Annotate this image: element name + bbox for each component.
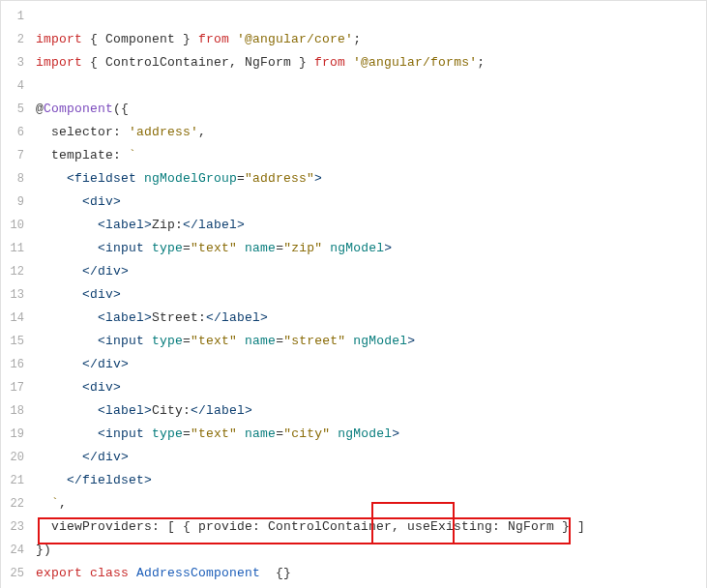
code-line: 18 <label>City:</label>: [1, 399, 706, 423]
line-number: 19: [1, 423, 36, 446]
code-content: </div>: [36, 446, 706, 469]
code-content: <input type="text" name="street" ngModel…: [36, 330, 706, 353]
code-content: @Component({: [36, 98, 706, 121]
code-line: 13 <div>: [1, 283, 706, 307]
line-number: 12: [1, 260, 36, 283]
code-line: 10 <label>Zip:</label>: [1, 214, 706, 237]
line-number: 9: [1, 191, 36, 214]
code-line: 16 </div>: [1, 353, 706, 376]
line-number: 17: [1, 376, 36, 399]
code-line: 8 <fieldset ngModelGroup="address">: [1, 167, 706, 191]
code-line: 12 </div>: [1, 260, 706, 283]
code-content: import { ControlContainer, NgForm } from…: [36, 51, 706, 74]
code-content: viewProviders: [ { provide: ControlConta…: [36, 515, 706, 539]
code-line: 17 <div>: [1, 376, 706, 399]
code-line: 15 <input type="text" name="street" ngMo…: [1, 330, 706, 353]
code-line: 24}): [1, 539, 706, 562]
code-content: <label>Street:</label>: [36, 307, 706, 330]
code-content: <div>: [36, 283, 706, 307]
code-content: selector: 'address',: [36, 121, 706, 144]
line-number: 23: [1, 515, 36, 539]
line-number: 14: [1, 307, 36, 330]
line-number: 10: [1, 214, 36, 237]
code-line: 3import { ControlContainer, NgForm } fro…: [1, 51, 706, 74]
line-number: 18: [1, 399, 36, 423]
code-line: 2import { Component } from '@angular/cor…: [1, 28, 706, 51]
line-number: 3: [1, 51, 36, 74]
code-line: 20 </div>: [1, 446, 706, 469]
line-number: 11: [1, 237, 36, 260]
code-content: <label>City:</label>: [36, 399, 706, 423]
code-line: 14 <label>Street:</label>: [1, 307, 706, 330]
code-content: <div>: [36, 191, 706, 214]
line-number: 20: [1, 446, 36, 469]
code-line: 5@Component({: [1, 98, 706, 121]
code-content: import { Component } from '@angular/core…: [36, 28, 706, 51]
code-line: 22 `,: [1, 492, 706, 515]
code-content: <label>Zip:</label>: [36, 214, 706, 237]
line-number: 5: [1, 98, 36, 121]
line-number: 21: [1, 469, 36, 492]
line-number: 7: [1, 144, 36, 167]
line-number: 24: [1, 539, 36, 562]
line-number: 8: [1, 167, 36, 191]
code-content: `,: [36, 492, 706, 515]
code-line: 1: [1, 5, 706, 28]
code-content: }): [36, 539, 706, 562]
line-number: 13: [1, 283, 36, 307]
code-line: 19 <input type="text" name="city" ngMode…: [1, 423, 706, 446]
code-content: </div>: [36, 260, 706, 283]
code-line: 4: [1, 74, 706, 98]
code-line: 11 <input type="text" name="zip" ngModel…: [1, 237, 706, 260]
code-line: 6 selector: 'address',: [1, 121, 706, 144]
code-content: <div>: [36, 376, 706, 399]
code-content: <input type="text" name="city" ngModel>: [36, 423, 706, 446]
code-content: <input type="text" name="zip" ngModel>: [36, 237, 706, 260]
line-number: 4: [1, 74, 36, 98]
line-number: 1: [1, 5, 36, 28]
code-line: 7 template: `: [1, 144, 706, 167]
line-number: 6: [1, 121, 36, 144]
code-content: <fieldset ngModelGroup="address">: [36, 167, 706, 191]
code-content: </div>: [36, 353, 706, 376]
code-content: template: `: [36, 144, 706, 167]
code-line: 25export class AddressComponent {}: [1, 562, 706, 585]
code-content: export class AddressComponent {}: [36, 562, 706, 585]
line-number: 16: [1, 353, 36, 376]
code-line: 9 <div>: [1, 191, 706, 214]
line-number: 15: [1, 330, 36, 353]
code-viewer: 12import { Component } from '@angular/co…: [1, 5, 706, 585]
line-number: 2: [1, 28, 36, 51]
code-line: 23 viewProviders: [ { provide: ControlCo…: [1, 515, 706, 539]
code-content: </fieldset>: [36, 469, 706, 492]
code-line: 21 </fieldset>: [1, 469, 706, 492]
line-number: 22: [1, 492, 36, 515]
line-number: 25: [1, 562, 36, 585]
